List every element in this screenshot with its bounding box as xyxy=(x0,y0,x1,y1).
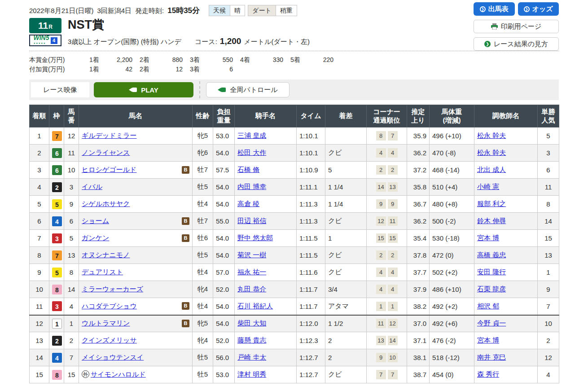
body-weight-cell: 468 (-14) xyxy=(430,162,474,179)
horse-name-cell: ウルトラマリンB xyxy=(79,315,193,332)
how-to-read-results-button[interactable]: ❯ レース結果の見方 xyxy=(474,37,559,51)
horse-name-link[interactable]: ガンケン xyxy=(82,234,109,242)
col-header-waku: 枠 xyxy=(49,105,64,127)
jockey-name-link[interactable]: 石橋 脩 xyxy=(237,166,259,173)
corner-position-box: 9 xyxy=(376,353,386,362)
horse-name-link[interactable]: サイモンハロルド xyxy=(91,370,146,378)
trainer-name-link[interactable]: 鈴木 伸尋 xyxy=(477,217,506,224)
finish-position-cell: 1 xyxy=(30,127,49,145)
horse-name-link[interactable]: シゲルホサヤク xyxy=(82,200,130,207)
trainer-name-link[interactable]: 石栗 龍彦 xyxy=(477,285,506,293)
corner-position-box: 9 xyxy=(388,199,398,209)
blinkers-badge: B xyxy=(182,217,189,225)
prize-line-0: 本賞金(万円)1着2,2002着8803着5504着3305着220 xyxy=(29,55,559,65)
sex-age-cell: 牝6 xyxy=(193,145,213,162)
prize-place: 1着 xyxy=(89,55,105,65)
jockey-name-link[interactable]: 三浦 皇成 xyxy=(237,132,266,139)
jockey-name-link[interactable]: 津村 明秀 xyxy=(237,370,266,378)
jockey-name-link[interactable]: 松田 大作 xyxy=(237,149,266,156)
sex-age-cell: 牡4 xyxy=(193,298,213,315)
horse-name-link[interactable]: クインズメリッサ xyxy=(82,336,137,344)
corner-position-box: 11 xyxy=(388,216,398,226)
trainer-name-link[interactable]: 今野 貞一 xyxy=(477,319,506,327)
horse-name-link[interactable]: ハコダテブショウ xyxy=(82,302,137,310)
corner-position-box: 14 xyxy=(376,182,386,192)
odds-button[interactable]: ❯ オッズ xyxy=(518,2,559,16)
trainer-name-link[interactable]: 宮本 博 xyxy=(477,336,499,344)
jockey-name-cell: 藤懸 貴志 xyxy=(235,332,297,349)
corner-positions-cell: 1112 xyxy=(367,315,407,332)
jockey-name-link[interactable]: 高倉 稜 xyxy=(237,200,259,207)
shutsubahyo-button[interactable]: ❯ 出馬表 xyxy=(474,2,515,16)
col-header-sexage: 性齢 xyxy=(193,105,213,127)
jockey-name-link[interactable]: 藤懸 貴志 xyxy=(237,336,266,344)
trainer-name-link[interactable]: 南井 克巳 xyxy=(477,353,506,361)
trainer-name-link[interactable]: 松永 幹夫 xyxy=(477,149,506,156)
dashed-divider xyxy=(199,81,200,98)
horse-name-link[interactable]: メイショウテンスイ xyxy=(82,353,144,361)
trainer-name-link[interactable]: 安田 隆行 xyxy=(477,268,506,276)
horse-name-link[interactable]: ショーム xyxy=(82,217,109,224)
trainer-name-link[interactable]: 相沢 郁 xyxy=(477,302,499,310)
horse-name-link[interactable]: ギルデッドミラー xyxy=(82,132,136,139)
win-favorite-cell: 11 xyxy=(538,179,559,196)
jockey-name-link[interactable]: 内田 博幸 xyxy=(237,183,266,190)
jockey-name-link[interactable]: 菊沢 一樹 xyxy=(237,251,266,259)
jockey-name-link[interactable]: 野中 悠太郎 xyxy=(237,234,273,242)
jockey-name-link[interactable]: 丸田 恭介 xyxy=(237,285,266,293)
time-cell: 1:11.1 xyxy=(297,179,325,196)
result-row: 1712ギルデッドミラー牝553.0三浦 皇成1:10.18735.9496 (… xyxy=(30,127,559,145)
horse-name-link[interactable]: オヌシナニモノ xyxy=(82,251,130,259)
jockey-name-link[interactable]: 福永 祐一 xyxy=(237,268,266,276)
last-3f-cell: 37.1 xyxy=(407,332,430,349)
race-conditions: 3歳以上 オープン(国際) (特指) ハンデ コース: 1,200 メートル(ダ… xyxy=(68,36,310,46)
corner-positions-cell: 87 xyxy=(367,127,407,145)
horse-name-cell: 外サイモンハロルド xyxy=(79,366,193,383)
jockey-name-link[interactable]: 柴田 大知 xyxy=(237,319,266,327)
jockey-name-cell: 野中 悠太郎 xyxy=(235,230,297,247)
chevron-circle-icon: ❯ xyxy=(524,6,530,12)
horse-name-cell: デュアリスト xyxy=(79,264,193,281)
horse-name-link[interactable]: ノンライセンス xyxy=(82,149,130,156)
trainer-name-link[interactable]: 北出 成人 xyxy=(477,166,506,173)
result-row: 1322クインズメリッサ牝452.0藤懸 貴志1:12.32131437.147… xyxy=(30,332,559,349)
horse-number-cell: 12 xyxy=(64,127,79,145)
time-cell: 1:10.1 xyxy=(297,127,325,145)
trainer-name-link[interactable]: 松永 幹夫 xyxy=(477,132,506,139)
corner-position-box: 4 xyxy=(388,285,398,294)
horse-name-link[interactable]: デュアリスト xyxy=(82,268,123,276)
trainer-name-link[interactable]: 小崎 憲 xyxy=(477,183,499,190)
result-row: 3610ヒロシゲゴールドB牡757.5石橋 脩1:10.952237.2468 … xyxy=(30,162,559,179)
corner-position-box: 4 xyxy=(388,148,398,158)
corner-positions-cell: 44 xyxy=(367,281,407,298)
jockey-name-link[interactable]: 田辺 裕信 xyxy=(237,217,266,224)
divider xyxy=(29,51,559,51)
patrol-video-button[interactable]: 全周パトロール xyxy=(206,82,290,97)
corner-position-box: 2 xyxy=(388,250,398,260)
race-conditions-text: 3歳以上 オープン(国際) (特指) ハンデ xyxy=(68,38,181,46)
trainer-name-link[interactable]: 服部 利之 xyxy=(477,200,506,207)
print-page-button[interactable]: 印刷用ページ xyxy=(474,20,559,33)
finish-position-cell: 2 xyxy=(30,145,49,162)
chevron-circle-icon: ❯ xyxy=(480,6,486,12)
horse-name-link[interactable]: イバル xyxy=(82,183,102,190)
weather-value: 晴 xyxy=(230,5,245,16)
prize-place: 3着 xyxy=(190,65,206,74)
play-video-button[interactable]: PLAY xyxy=(94,82,193,97)
horse-name-link[interactable]: ヒロシゲゴールド xyxy=(82,166,136,173)
corner-position-box: 2 xyxy=(376,165,386,175)
jockey-name-link[interactable]: 石川 裕紀人 xyxy=(237,302,273,310)
trainer-name-link[interactable]: 森 秀行 xyxy=(477,370,499,378)
corner-positions-cell: 77 xyxy=(367,366,407,383)
trainer-name-cell: 鈴木 伸尋 xyxy=(474,213,538,230)
trainer-name-link[interactable]: 高橋 義忠 xyxy=(477,251,506,259)
trainer-name-link[interactable]: 宮本 博 xyxy=(477,234,499,242)
result-row: 646ショームB牡755.0田辺 裕信1:11.3クビ121136.2500 (… xyxy=(30,213,559,230)
sex-age-cell: 牡5 xyxy=(193,349,213,366)
margin-cell: クビ xyxy=(325,264,367,281)
corner-position-box: 2 xyxy=(388,165,398,175)
horse-name-link[interactable]: ミラーウォーカーズ xyxy=(82,285,143,293)
corner-position-box: 15 xyxy=(388,233,398,243)
jockey-name-link[interactable]: 戸崎 圭太 xyxy=(237,353,266,361)
horse-name-link[interactable]: ウルトラマリン xyxy=(82,319,130,327)
